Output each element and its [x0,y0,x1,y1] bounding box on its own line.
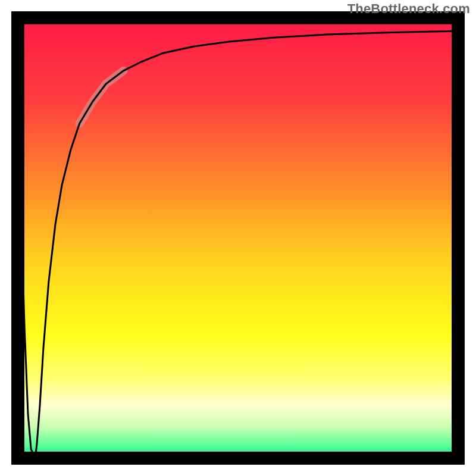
chart-stage: TheBottleneck.com [0,0,476,476]
chart-svg [0,0,476,476]
plot-area [18,18,458,458]
watermark-text: TheBottleneck.com [347,1,470,17]
gradient-background [18,18,458,458]
